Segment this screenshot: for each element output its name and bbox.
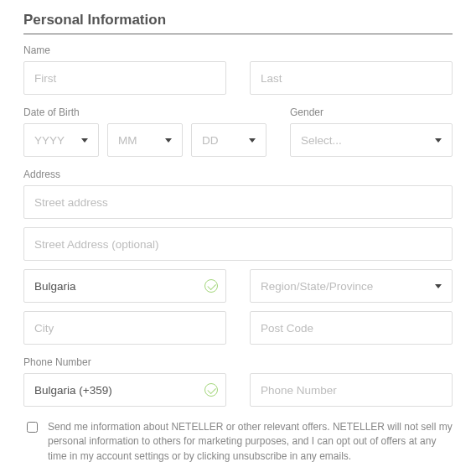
caret-down-icon [81,138,88,143]
caret-down-icon [435,138,442,143]
gender-select[interactable]: Select... [290,123,453,157]
caret-down-icon [165,138,172,143]
gender-placeholder: Select... [301,134,342,147]
dob-month-select[interactable]: MM [107,123,183,157]
name-label: Name [23,44,453,56]
phone-country-select[interactable]: Bulgaria (+359) [23,373,226,407]
dob-day-placeholder: DD [202,134,219,147]
dob-month-placeholder: MM [118,134,137,147]
dob-label: Date of Birth [23,106,266,118]
section-title: Personal Information [23,12,453,34]
consent-row: Send me information about NETELLER or ot… [23,420,453,462]
phone-label: Phone Number [23,356,453,368]
city-input[interactable] [23,311,226,345]
gender-label: Gender [290,106,453,118]
consent-text: Send me information about NETELLER or ot… [48,420,453,462]
region-select[interactable]: Region/State/Province [250,269,453,303]
street-input[interactable] [23,185,453,219]
last-name-input[interactable] [250,61,453,95]
country-value: Bulgaria [34,280,76,293]
check-circle-icon [204,279,218,293]
dob-day-select[interactable]: DD [191,123,266,157]
marketing-consent-checkbox[interactable] [27,422,38,433]
first-name-input[interactable] [23,61,226,95]
dob-year-placeholder: YYYY [34,134,65,147]
dob-year-select[interactable]: YYYY [23,123,99,157]
street2-input[interactable] [23,227,453,261]
check-circle-icon [204,383,218,397]
region-placeholder: Region/State/Province [261,280,373,293]
caret-down-icon [435,284,442,288]
phone-number-input[interactable] [250,373,453,407]
phone-country-value: Bulgaria (+359) [34,384,112,397]
postcode-input[interactable] [250,311,453,345]
address-label: Address [23,169,453,180]
caret-down-icon [249,138,256,143]
country-select[interactable]: Bulgaria [23,269,226,303]
